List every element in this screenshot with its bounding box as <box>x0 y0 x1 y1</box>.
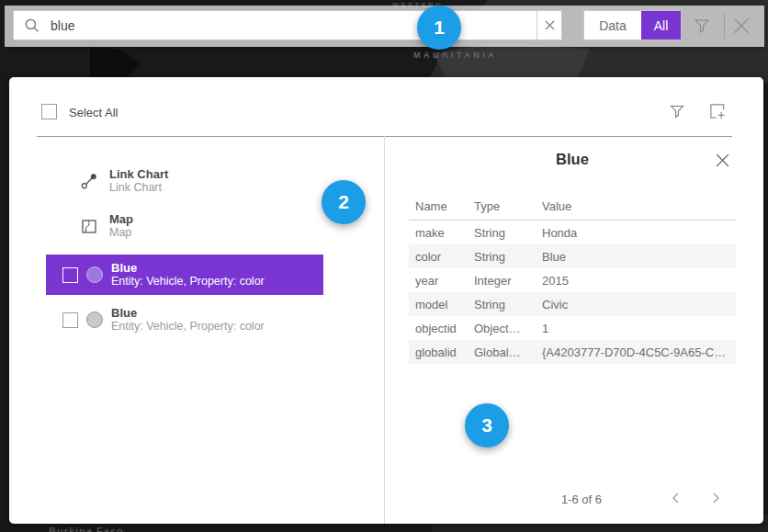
cell-name: color <box>409 250 474 264</box>
cell-type: Integer <box>474 274 542 288</box>
filter-icon[interactable] <box>691 15 713 37</box>
search-icon <box>24 17 40 34</box>
list-item-text: Link Chart Link Chart <box>109 167 168 195</box>
cell-type: String <box>474 298 542 311</box>
detail-title: Blue <box>409 151 736 168</box>
cell-name: make <box>409 226 474 240</box>
cell-value: 1 <box>542 322 736 335</box>
cell-value: Blue <box>542 250 736 264</box>
cell-value: Honda <box>542 226 736 240</box>
list-item-subtitle: Entity: Vehicle, Property: color <box>111 320 265 334</box>
list-item-text: Blue Entity: Vehicle, Property: color <box>111 306 265 334</box>
cell-type: Object… <box>474 322 542 335</box>
filter-icon[interactable] <box>667 101 687 121</box>
list-item-title: Blue <box>111 306 265 320</box>
chevron-right-icon[interactable] <box>708 491 727 509</box>
callout-badge-3: 3 <box>465 403 509 447</box>
clear-search-button[interactable] <box>536 11 561 40</box>
close-detail-icon[interactable] <box>715 153 731 169</box>
table-row: objectid Object… 1 <box>409 316 736 340</box>
map-icon <box>80 217 98 235</box>
entity-swatch-icon <box>86 311 103 328</box>
pagination-label: 1-6 of 6 <box>540 492 623 506</box>
list-item-link-chart[interactable]: Link Chart Link Chart <box>46 163 323 199</box>
list-item-map[interactable]: Map Map <box>46 208 323 244</box>
link-chart-icon <box>80 172 98 190</box>
cell-value: 2015 <box>542 274 736 288</box>
cell-name: year <box>409 274 474 288</box>
cell-value: Civic <box>542 298 736 311</box>
search-input[interactable] <box>14 11 561 40</box>
scope-option-data[interactable]: Data <box>584 11 641 40</box>
cell-name: globalid <box>409 345 474 359</box>
close-search-icon[interactable] <box>729 14 753 38</box>
cell-type: Global… <box>474 345 542 359</box>
list-detail-divider <box>384 136 385 524</box>
item-checkbox[interactable] <box>62 312 78 328</box>
list-item-blue[interactable]: Blue Entity: Vehicle, Property: color <box>46 300 323 340</box>
list-item-text: Map Map <box>109 212 133 240</box>
table-row: color String Blue <box>409 244 736 268</box>
list-item-subtitle: Entity: Vehicle, Property: color <box>111 275 265 289</box>
column-header-name: Name <box>409 199 474 213</box>
table-row: globalid Global… {A4203777-D70D-4C5C-9A6… <box>409 340 736 364</box>
search-results-panel: Select All Link Chart Link Chart Map <box>9 77 763 524</box>
search-toolbar: Data All <box>5 6 764 47</box>
cell-type: String <box>474 250 542 264</box>
entity-swatch-icon <box>86 266 103 283</box>
cell-name: model <box>409 298 474 311</box>
clear-icon <box>545 17 555 34</box>
table-header-row: Name Type Value <box>409 193 736 221</box>
toolbar-divider <box>724 13 725 39</box>
select-all-label: Select All <box>69 106 118 119</box>
table-row: model String Civic <box>409 292 736 316</box>
table-row: year Integer 2015 <box>409 268 736 292</box>
scope-option-all[interactable]: All <box>641 11 681 40</box>
cell-value: {A4203777-D70D-4C5C-9A65-C… <box>542 345 736 359</box>
cell-type: String <box>474 226 542 240</box>
cell-name: objectid <box>409 322 474 335</box>
chevron-left-icon[interactable] <box>669 491 687 509</box>
item-checkbox[interactable] <box>62 267 78 283</box>
list-item-text: Blue Entity: Vehicle, Property: color <box>111 261 265 289</box>
map-label-mauritania: MAURITANIA <box>413 51 497 60</box>
list-item-title: Blue <box>111 261 265 275</box>
list-item-blue-selected[interactable]: Blue Entity: Vehicle, Property: color <box>46 255 323 295</box>
attribute-table: Name Type Value make String Honda color … <box>409 193 736 364</box>
callout-badge-2: 2 <box>322 180 366 224</box>
list-item-title: Link Chart <box>109 167 168 181</box>
callout-badge-1: 1 <box>417 6 461 50</box>
column-header-type: Type <box>474 199 542 213</box>
list-item-subtitle: Map <box>109 226 133 240</box>
search-box <box>13 10 562 40</box>
column-header-value: Value <box>542 199 736 213</box>
select-all-checkbox[interactable] <box>41 104 57 119</box>
scope-toggle: Data All <box>583 10 682 40</box>
map-landmass <box>90 47 141 77</box>
list-item-title: Map <box>109 212 133 226</box>
map-label-bottom-clipped: Burkina Faso <box>49 526 124 532</box>
list-item-subtitle: Link Chart <box>109 181 168 195</box>
table-row: make String Honda <box>409 221 736 244</box>
add-selection-icon[interactable] <box>707 101 728 121</box>
app-screen: WESTERN MAURITANIA Burkina Faso Data All <box>0 0 768 532</box>
